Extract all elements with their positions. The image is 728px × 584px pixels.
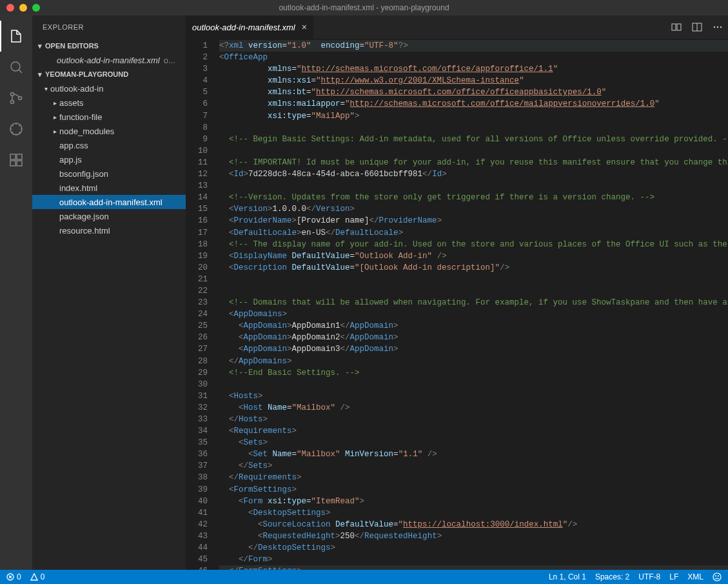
code-line[interactable]: <Requirements> bbox=[219, 425, 728, 437]
svg-rect-7 bbox=[10, 161, 15, 166]
tree-folder[interactable]: ▸function-file bbox=[32, 110, 186, 124]
tree-label: outlook-add-in-manifest.xml bbox=[59, 197, 162, 207]
svg-point-16 bbox=[713, 573, 721, 581]
code-line[interactable]: </AppDomains> bbox=[219, 356, 728, 367]
code-line[interactable] bbox=[219, 274, 728, 285]
code-line[interactable] bbox=[219, 145, 728, 157]
tree-file[interactable]: ▸app.css bbox=[32, 138, 186, 152]
status-encoding[interactable]: UTF-8 bbox=[638, 572, 660, 581]
close-icon[interactable]: × bbox=[302, 22, 307, 32]
editor-actions bbox=[671, 15, 728, 39]
code-line[interactable]: <Description DefaultValue="[Outlook Add-… bbox=[219, 262, 728, 274]
svg-point-2 bbox=[11, 101, 14, 104]
code-line[interactable]: <Sets> bbox=[219, 437, 728, 448]
compare-icon[interactable] bbox=[671, 22, 682, 32]
code-line[interactable]: xmlns="http://schemas.microsoft.com/offi… bbox=[219, 63, 728, 75]
minimize-icon[interactable] bbox=[19, 4, 27, 12]
code-line[interactable]: <Set Name="Mailbox" MinVersion="1.1" /> bbox=[219, 448, 728, 460]
code-line[interactable]: xsi:type="MailApp"> bbox=[219, 110, 728, 122]
tree-folder[interactable]: ▸assets bbox=[32, 96, 186, 110]
code-line[interactable]: <AppDomain>AppDomain1</AppDomain> bbox=[219, 320, 728, 332]
code-line[interactable] bbox=[219, 379, 728, 390]
tree-file[interactable]: ▸app.js bbox=[32, 152, 186, 166]
tree-file[interactable]: ▸bsconfig.json bbox=[32, 166, 186, 181]
code-line[interactable]: <DisplayName DefaultValue="Outlook Add-i… bbox=[219, 250, 728, 262]
code-line[interactable]: </Requirements> bbox=[219, 472, 728, 483]
code-line[interactable]: <!--Version. Updates from the store only… bbox=[219, 192, 728, 203]
maximize-icon[interactable] bbox=[32, 4, 40, 12]
code-line[interactable]: <AppDomain>AppDomain3</AppDomain> bbox=[219, 343, 728, 355]
activity-bar bbox=[0, 15, 32, 570]
code-editor[interactable]: 1234567891011121314151617181920212223242… bbox=[186, 39, 728, 570]
status-lang[interactable]: XML bbox=[687, 572, 703, 581]
code-line[interactable]: <Version>1.0.0.0</Version> bbox=[219, 203, 728, 215]
tree-file[interactable]: ▸index.html bbox=[32, 181, 186, 195]
code-line[interactable]: <Hosts> bbox=[219, 390, 728, 402]
status-warnings[interactable]: 0 bbox=[30, 572, 45, 581]
tree-folder[interactable]: ▾outlook-add-in bbox=[32, 81, 186, 96]
tree-file[interactable]: ▸package.json bbox=[32, 209, 186, 223]
smiley-icon bbox=[713, 572, 722, 581]
code-line[interactable]: <FormSettings> bbox=[219, 484, 728, 496]
tree-file[interactable]: ▸outlook-add-in-manifest.xml bbox=[32, 195, 186, 209]
open-editor-item[interactable]: outlook-add-in-manifest.xmlo... bbox=[32, 53, 186, 67]
code-line[interactable]: xmlns:mailappor="http://schemas.microsof… bbox=[219, 98, 728, 110]
code-line[interactable]: <AppDomains> bbox=[219, 308, 728, 320]
code-line[interactable]: <Form xsi:type="ItemRead"> bbox=[219, 496, 728, 507]
code-content[interactable]: <?xml version="1.0" encoding="UTF-8"?><O… bbox=[219, 39, 728, 570]
code-line[interactable]: <!-- Begin Basic Settings: Add-in metada… bbox=[219, 134, 728, 145]
code-line[interactable]: </FormSettings> bbox=[219, 565, 728, 570]
workspace-header[interactable]: ▾ YEOMAN-PLAYGROUND bbox=[32, 67, 186, 81]
code-line[interactable] bbox=[219, 122, 728, 134]
status-spaces[interactable]: Spaces: 2 bbox=[595, 572, 629, 581]
status-eol[interactable]: LF bbox=[669, 572, 678, 581]
tree-file[interactable]: ▸resource.html bbox=[32, 223, 186, 237]
open-editors-header[interactable]: ▾ OPEN EDITORS bbox=[32, 39, 186, 53]
status-cursor[interactable]: Ln 1, Col 1 bbox=[549, 572, 586, 581]
code-line[interactable]: <RequestedHeight>250</RequestedHeight> bbox=[219, 530, 728, 542]
activity-explorer[interactable] bbox=[0, 21, 32, 52]
code-line[interactable]: <DefaultLocale>en-US</DefaultLocale> bbox=[219, 227, 728, 239]
code-line[interactable]: xmlns:bt="http://schemas.microsoft.com/o… bbox=[219, 86, 728, 98]
code-line[interactable]: <DesktopSettings> bbox=[219, 507, 728, 519]
activity-debug[interactable] bbox=[0, 114, 32, 145]
code-line[interactable]: <Host Name="Mailbox" /> bbox=[219, 402, 728, 414]
search-icon bbox=[8, 59, 24, 75]
activity-search[interactable] bbox=[0, 52, 32, 83]
activity-git[interactable] bbox=[0, 83, 32, 114]
code-line[interactable]: <!-- The display name of your add-in. Us… bbox=[219, 239, 728, 250]
more-icon[interactable] bbox=[713, 22, 723, 32]
split-editor-icon[interactable] bbox=[692, 22, 702, 32]
code-line[interactable]: </Form> bbox=[219, 554, 728, 565]
code-line[interactable]: </Sets> bbox=[219, 460, 728, 472]
code-line[interactable]: xmlns:xsi="http://www.w3.org/2001/XMLSch… bbox=[219, 75, 728, 86]
file-tree: ▾outlook-add-in▸assets▸function-file▸nod… bbox=[32, 81, 186, 237]
tab-bar: outlook-add-in-manifest.xml × bbox=[186, 15, 728, 39]
code-line[interactable]: </Hosts> bbox=[219, 414, 728, 425]
code-line[interactable]: <Id>7d228dc8-48ca-454d-abca-6601bcbff981… bbox=[219, 168, 728, 180]
close-icon[interactable] bbox=[6, 4, 14, 12]
code-line[interactable]: <?xml version="1.0" encoding="UTF-8"?> bbox=[219, 40, 728, 52]
activity-extensions[interactable] bbox=[0, 145, 32, 176]
code-line[interactable] bbox=[219, 285, 728, 297]
code-line[interactable]: <OfficeApp bbox=[219, 52, 728, 63]
code-line[interactable]: <AppDomain>AppDomain2</AppDomain> bbox=[219, 332, 728, 343]
status-feedback[interactable] bbox=[713, 572, 722, 581]
svg-point-1 bbox=[11, 93, 14, 96]
code-line[interactable]: <SourceLocation DefaultValue="https://lo… bbox=[219, 519, 728, 530]
tree-folder[interactable]: ▸node_modules bbox=[32, 124, 186, 138]
tree-label: resource.html bbox=[59, 226, 110, 236]
svg-rect-10 bbox=[677, 24, 681, 30]
svg-rect-5 bbox=[10, 154, 15, 159]
code-line[interactable] bbox=[219, 180, 728, 192]
files-icon bbox=[8, 28, 24, 44]
tree-label: index.html bbox=[59, 183, 97, 193]
code-line[interactable]: <!-- IMPORTANT! Id must be unique for yo… bbox=[219, 157, 728, 168]
code-line[interactable]: <ProviderName>[Provider name]</ProviderN… bbox=[219, 215, 728, 227]
tab-active[interactable]: outlook-add-in-manifest.xml × bbox=[186, 15, 314, 39]
svg-point-14 bbox=[720, 26, 722, 28]
code-line[interactable]: </DesktopSettings> bbox=[219, 542, 728, 554]
status-errors[interactable]: 0 bbox=[6, 572, 21, 581]
code-line[interactable]: <!--End Basic Settings. --> bbox=[219, 367, 728, 379]
code-line[interactable]: <!-- Domains that will be allowed when n… bbox=[219, 297, 728, 308]
